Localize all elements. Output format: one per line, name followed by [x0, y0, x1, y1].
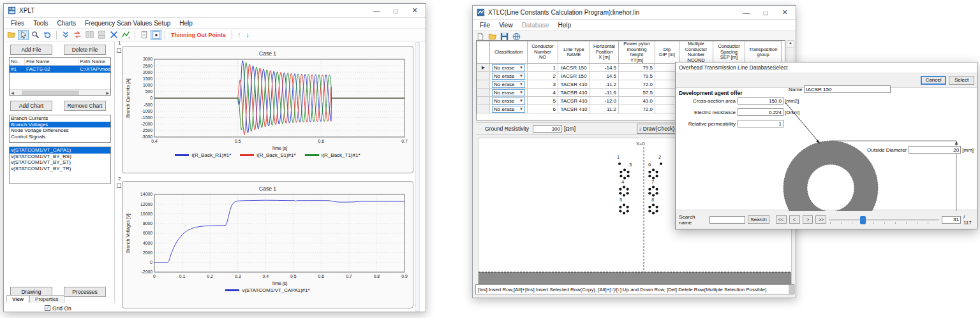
- field-input[interactable]: [738, 97, 783, 105]
- move-down-icon[interactable]: ↓: [244, 31, 251, 38]
- file-table[interactable]: No.File NamePath Name #1FACTS-02C:\XTAP\…: [9, 57, 111, 96]
- table-cell[interactable]: -14.5: [590, 64, 619, 72]
- nav-last-button[interactable]: >>: [815, 215, 826, 224]
- draw-check-button[interactable]: ↓ Draw(Check): [637, 124, 676, 134]
- menu-files[interactable]: Files: [6, 19, 29, 27]
- close-icon[interactable]: ✕: [775, 8, 794, 17]
- open-folder-icon[interactable]: [6, 30, 17, 40]
- table-cell[interactable]: 5: [528, 97, 558, 105]
- panel-1-collapse-box[interactable]: [117, 48, 121, 53]
- signal-item[interactable]: v(STATCOM1/VT_BY_TR): [10, 166, 110, 172]
- row-selector[interactable]: [477, 97, 490, 105]
- classification-combobox[interactable]: No erase▼: [492, 81, 525, 88]
- signal-list[interactable]: v(STATCOM1/VT_CAPA1)v(STATCOM1/VT_BY_RS)…: [9, 147, 111, 184]
- menu-help[interactable]: Help: [553, 21, 575, 29]
- table-cell[interactable]: 79.5: [619, 72, 655, 80]
- table-cell[interactable]: 72.0: [619, 80, 655, 89]
- classification-combobox[interactable]: No erase▼: [492, 73, 525, 80]
- ground-resistivity-input[interactable]: [533, 125, 562, 133]
- swap-icon[interactable]: [72, 30, 83, 40]
- classification-combobox[interactable]: No erase▼: [492, 106, 525, 113]
- menu-charts[interactable]: Charts: [52, 19, 80, 27]
- table-cell[interactable]: 72.0: [619, 105, 655, 113]
- maximize-icon[interactable]: □: [756, 9, 775, 17]
- table-cell[interactable]: TACSR 410: [558, 105, 590, 113]
- cancel-button[interactable]: Cancel: [921, 76, 946, 85]
- tile-v-icon[interactable]: [96, 30, 107, 40]
- signal-icon[interactable]: [121, 30, 131, 40]
- table-cell[interactable]: TACSR 410: [558, 97, 590, 105]
- zoom-icon[interactable]: [30, 30, 41, 40]
- column-header[interactable]: Classification: [490, 41, 528, 64]
- nav-next-button[interactable]: >: [803, 215, 813, 224]
- table-cell[interactable]: 4: [528, 89, 558, 97]
- field-input[interactable]: [738, 120, 783, 127]
- chart-type-list[interactable]: Branch CurrentsBranch VoltagesNode Volta…: [9, 115, 111, 143]
- delete-file-button[interactable]: Delete File: [64, 45, 106, 55]
- column-header[interactable]: HorizontalPositionX [m]: [590, 41, 619, 64]
- grid-on-checkbox[interactable]: ✓ Grid On: [45, 305, 71, 312]
- signal-item[interactable]: v(STATCOM1/VT_CAPA1): [10, 147, 110, 154]
- tab-properties[interactable]: Properties: [29, 295, 64, 303]
- table-cell[interactable]: 3: [528, 80, 558, 89]
- menu-file[interactable]: File: [475, 21, 494, 29]
- chart-type-item[interactable]: Branch Voltages: [10, 122, 110, 128]
- chevron-down-icon[interactable]: ▼: [519, 99, 523, 103]
- add-chart-button[interactable]: Add Chart: [10, 101, 52, 111]
- menu-tools[interactable]: Tools: [29, 19, 52, 27]
- column-header[interactable]: Power pylonmountingheightYT[m]: [619, 41, 655, 64]
- nav-first-button[interactable]: <<: [776, 215, 787, 224]
- menu-help[interactable]: Help: [175, 19, 197, 27]
- column-header[interactable]: MultipleConductorNumberNCOND: [679, 41, 713, 64]
- table-cell[interactable]: 14.5: [590, 72, 619, 80]
- table-cell[interactable]: IACSR 150: [558, 64, 590, 72]
- select-button[interactable]: Select: [949, 76, 974, 85]
- scroll-thumb[interactable]: [22, 90, 79, 95]
- table-cell[interactable]: 6: [528, 105, 558, 113]
- table-cell[interactable]: -11.6: [590, 89, 619, 97]
- panel-2-collapse-box[interactable]: [117, 184, 121, 188]
- close-icon[interactable]: ✕: [405, 6, 424, 15]
- column-header[interactable]: ConductorNumberNO: [528, 41, 558, 64]
- menu-view[interactable]: View: [494, 21, 517, 29]
- maximize-icon[interactable]: □: [386, 7, 405, 15]
- processes-button[interactable]: Processes: [64, 287, 106, 297]
- minimize-icon[interactable]: —: [737, 9, 756, 17]
- chevron-down-icon[interactable]: ▼: [519, 82, 523, 86]
- scroll-up-icon[interactable]: ▲: [787, 41, 794, 48]
- table-cell[interactable]: -12.0: [590, 97, 619, 105]
- chevron-down-icon[interactable]: ▼: [519, 107, 523, 111]
- file-table-hscrollbar[interactable]: ◀ ▶: [10, 89, 110, 95]
- row-selector[interactable]: [477, 80, 490, 89]
- signal-item[interactable]: v(STATCOM1/VT_BY_ST): [10, 159, 110, 166]
- column-header[interactable]: Transpositiongroup: [745, 41, 782, 64]
- row-selector[interactable]: [477, 105, 490, 113]
- search-input[interactable]: [709, 216, 745, 224]
- scroll-right-icon[interactable]: ▶: [105, 90, 110, 95]
- classification-combobox[interactable]: No erase▼: [492, 64, 525, 71]
- move-up-icon[interactable]: ↑: [235, 31, 243, 38]
- column-header[interactable]: Line TypeNAME: [558, 41, 590, 64]
- slider-thumb[interactable]: [860, 216, 866, 224]
- column-header[interactable]: DipDIP [m]: [655, 41, 679, 64]
- table-cell[interactable]: 11.2: [590, 105, 619, 113]
- slider-track[interactable]: [829, 219, 939, 220]
- classification-combobox[interactable]: No erase▼: [492, 89, 525, 96]
- file-table-row[interactable]: #1FACTS-02C:\XTAP\mod: [10, 66, 110, 73]
- chart-type-item[interactable]: Branch Currents: [10, 115, 110, 122]
- chart-type-item[interactable]: Control Signals: [10, 134, 110, 140]
- xtlc-titlebar[interactable]: XTLC(Line Constants Calculation Program)…: [473, 6, 796, 20]
- nav-prev-button[interactable]: <: [789, 215, 800, 224]
- cursor-icon[interactable]: [18, 30, 29, 40]
- name-input[interactable]: [804, 85, 891, 93]
- table-cell[interactable]: 79.5: [619, 64, 655, 72]
- resize-grip[interactable]: [789, 285, 795, 294]
- chart-panel-1[interactable]: Case 1 -3000-2500-2000-1500-1000-5000500…: [122, 46, 413, 173]
- scroll-left-icon[interactable]: ◀: [10, 90, 15, 95]
- column-header[interactable]: ConductorSpacingSEP [m]: [713, 41, 745, 64]
- dot-box-icon[interactable]: [151, 30, 161, 40]
- undo-icon[interactable]: [42, 30, 53, 40]
- cross-arrows-icon[interactable]: [108, 30, 119, 40]
- row-selector[interactable]: [477, 72, 490, 80]
- tab-view[interactable]: View: [6, 295, 29, 303]
